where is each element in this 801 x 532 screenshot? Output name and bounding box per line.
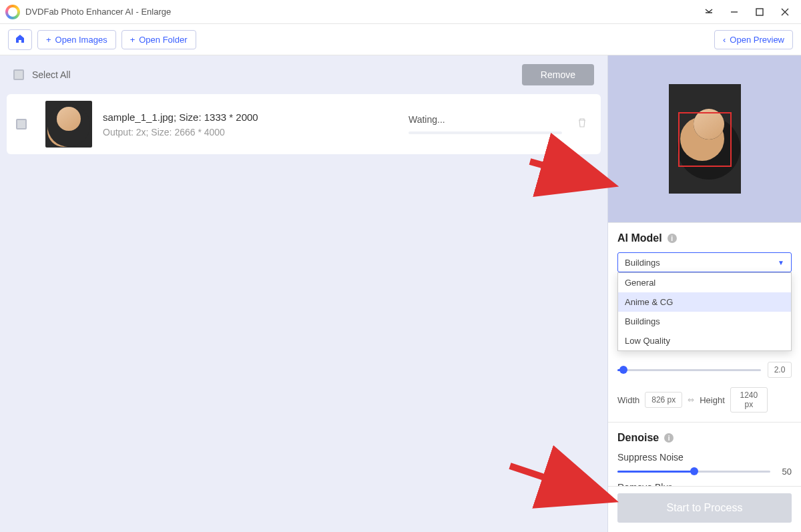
crop-rectangle[interactable] — [678, 112, 732, 167]
dropdown-item-general[interactable]: General — [618, 273, 791, 292]
delete-file-button[interactable] — [573, 113, 591, 135]
app-title: DVDFab Photo Enhancer AI - Enlarge — [25, 7, 704, 17]
open-preview-label: Open Preview — [730, 35, 784, 45]
denoise-title: Denoise i — [617, 432, 792, 444]
file-list-pane: Select All Remove sample_1_1.jpg; Size: … — [0, 55, 607, 532]
file-name-line: sample_1_1.jpg; Size: 1333 * 2000 — [103, 111, 398, 123]
dropdown-item-anime[interactable]: Anime & CG — [618, 292, 791, 312]
file-progressbar — [409, 131, 562, 134]
suppress-noise-row: 50 — [617, 467, 792, 477]
home-button[interactable] — [8, 29, 32, 50]
file-checkbox[interactable] — [16, 119, 27, 129]
ai-model-panel: AI Model i Buildings ▼ General Anime & C… — [608, 222, 801, 422]
open-folder-button[interactable]: + Open Folder — [121, 30, 196, 49]
plus-icon: + — [46, 35, 51, 45]
list-header: Select All Remove — [7, 62, 601, 87]
width-label: Width — [617, 395, 639, 405]
dropdown-item-buildings[interactable]: Buildings — [618, 312, 791, 331]
scale-value[interactable]: 2.0 — [768, 362, 792, 378]
svg-rect-0 — [756, 9, 763, 15]
height-input[interactable]: 1240 px — [730, 387, 768, 413]
maximize-button[interactable] — [754, 7, 765, 17]
preview-thumbnail[interactable] — [669, 84, 741, 194]
minimize-button[interactable] — [729, 7, 740, 17]
height-label: Height — [700, 395, 725, 405]
info-icon[interactable]: i — [664, 433, 674, 443]
app-logo-icon — [5, 5, 20, 19]
close-button[interactable] — [780, 7, 790, 17]
open-preview-button[interactable]: ‹ Open Preview — [714, 30, 793, 49]
start-process-button[interactable]: Start to Process — [617, 493, 792, 523]
scale-slider[interactable] — [617, 369, 761, 371]
ai-model-selected: Buildings — [625, 258, 660, 268]
titlebar: DVDFab Photo Enhancer AI - Enlarge — [0, 0, 801, 24]
suppress-noise-slider[interactable] — [617, 471, 770, 473]
open-folder-label: Open Folder — [139, 35, 187, 45]
preview-area — [608, 55, 801, 222]
file-status: Wating... — [409, 114, 562, 125]
process-area: Start to Process — [608, 486, 801, 532]
chevron-down-icon: ▼ — [778, 259, 784, 266]
toolbar: + Open Images + Open Folder ‹ Open Previ… — [0, 24, 801, 55]
open-images-label: Open Images — [55, 35, 107, 45]
scale-slider-row: 2.0 — [617, 362, 792, 378]
select-all-checkbox[interactable] — [13, 69, 24, 80]
dropdown-item-lowquality[interactable]: Low Quality — [618, 331, 791, 350]
plus-icon: + — [130, 35, 136, 45]
open-images-button[interactable]: + Open Images — [37, 30, 116, 49]
width-input[interactable]: 826 px — [645, 392, 682, 408]
settings-pane: AI Model i Buildings ▼ General Anime & C… — [607, 55, 801, 532]
window-controls — [704, 7, 796, 17]
home-icon — [15, 34, 25, 43]
file-row: sample_1_1.jpg; Size: 1333 * 2000 Output… — [7, 94, 601, 154]
select-all-label: Select All — [32, 69, 522, 80]
chevron-left-icon: ‹ — [723, 35, 726, 45]
slider-thumb[interactable] — [690, 467, 698, 475]
suppress-noise-label: Suppress Noise — [617, 452, 792, 463]
ai-model-dropdown: General Anime & CG Buildings Low Quality — [617, 272, 792, 351]
denoise-panel: Denoise i Suppress Noise 50 Remove Blur — [608, 422, 801, 486]
slider-thumb[interactable] — [619, 366, 627, 374]
file-thumbnail — [45, 101, 92, 148]
file-output-line: Output: 2x; Size: 2666 * 4000 — [103, 127, 398, 138]
info-icon[interactable]: i — [668, 234, 677, 243]
remove-button[interactable]: Remove — [522, 64, 594, 85]
suppress-noise-value: 50 — [777, 467, 792, 477]
dropdown-icon[interactable] — [704, 7, 714, 17]
link-icon[interactable]: ⇔ — [688, 395, 694, 405]
dimensions-row: Width 826 px ⇔ Height 1240 px — [617, 387, 792, 413]
ai-model-select[interactable]: Buildings ▼ General Anime & CG Buildings… — [617, 252, 792, 272]
trash-icon — [577, 117, 587, 128]
ai-model-title: AI Model i — [617, 232, 792, 244]
